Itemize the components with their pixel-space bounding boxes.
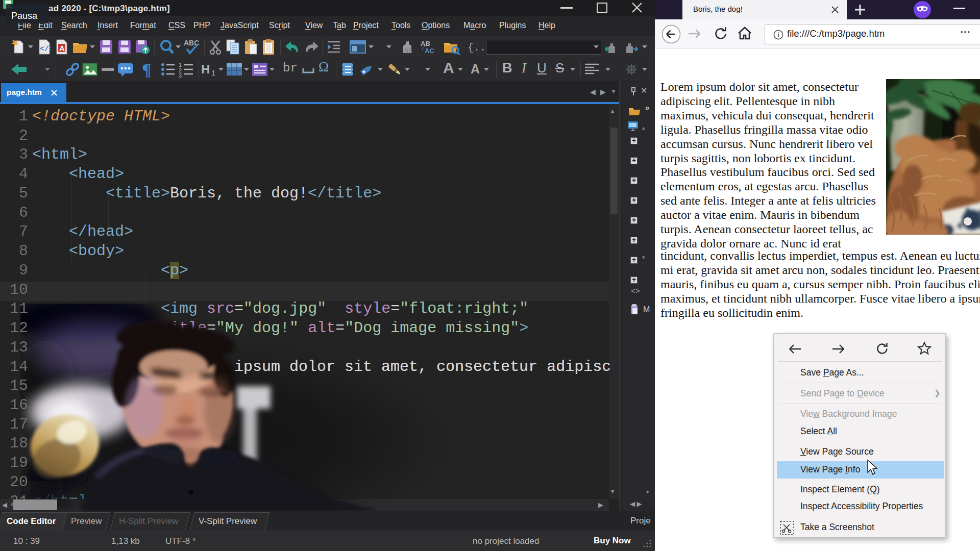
svg-text:</>: </>	[40, 45, 51, 54]
svg-text:3: 3	[179, 72, 182, 78]
svg-text:1: 1	[211, 68, 215, 77]
svg-text:H: H	[201, 62, 210, 76]
svg-text:AB: AB	[421, 40, 430, 47]
svg-text:AC: AC	[425, 47, 434, 55]
svg-text:A: A	[59, 44, 65, 53]
svg-text:{..}: {..}	[468, 42, 486, 54]
svg-text:¶: ¶	[142, 61, 151, 78]
